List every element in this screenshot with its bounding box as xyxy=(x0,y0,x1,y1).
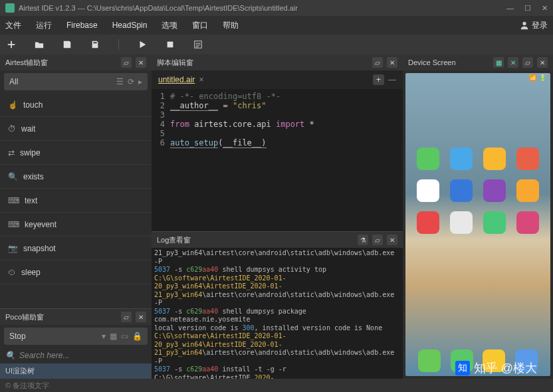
snapshot-icon: 📷 xyxy=(8,244,18,253)
device-tool2-icon[interactable]: ✕ xyxy=(508,57,518,68)
menu-run[interactable]: 运行 xyxy=(36,20,52,31)
airtest-item-text[interactable]: ⌨text xyxy=(0,189,152,213)
menu-firebase[interactable]: Firebase xyxy=(66,21,98,30)
toolbar xyxy=(0,35,553,54)
panel-close-icon[interactable]: ✕ xyxy=(136,57,146,68)
airtest-item-snapshot[interactable]: 📷snapshot xyxy=(0,237,152,260)
swipe-icon: ⇄ xyxy=(8,148,15,157)
panel-close-icon[interactable]: ✕ xyxy=(387,235,397,245)
device-panel-header: Device Screen ▦✕▱✕ xyxy=(403,54,553,70)
device-tool1-icon[interactable]: ▦ xyxy=(493,57,504,68)
panel-float-icon[interactable]: ▱ xyxy=(522,57,533,68)
svg-point-0 xyxy=(522,22,526,25)
editor-panel-header: 脚本编辑窗 ▱✕ xyxy=(152,54,403,70)
title-bar: Airtest IDE v1.2.3 --- C:\Users\chris\Ap… xyxy=(0,0,553,16)
menu-options[interactable]: 选项 xyxy=(162,20,177,31)
new-icon[interactable] xyxy=(7,40,16,49)
airtest-panel-header: Airtest辅助窗 ▱✕ xyxy=(0,54,152,70)
dropdown-icon: ▾ xyxy=(102,332,106,341)
panel-close-icon[interactable]: ✕ xyxy=(537,57,548,68)
sleep-icon: ⏲ xyxy=(8,268,16,277)
exists-icon: 🔍 xyxy=(8,172,18,181)
panel-float-icon[interactable]: ▱ xyxy=(121,312,132,322)
app-icon-9[interactable] xyxy=(450,211,473,234)
search-icon: 🔍 xyxy=(5,351,15,360)
airtest-item-keyevent[interactable]: ⌨keyevent xyxy=(0,213,152,237)
app-icon-11[interactable] xyxy=(516,211,539,234)
poco-search[interactable]: 🔍 Search here... xyxy=(0,347,152,363)
user-icon xyxy=(520,21,529,30)
keyevent-icon: ⌨ xyxy=(8,220,19,229)
airtest-item-exists[interactable]: 🔍exists xyxy=(0,165,152,189)
stop-icon[interactable] xyxy=(166,40,175,49)
app-icon-2[interactable] xyxy=(483,147,506,170)
menu-window[interactable]: 窗口 xyxy=(192,20,208,31)
poco-panel-header: Poco辅助窗 ▱✕ xyxy=(0,309,152,325)
text-icon: ⌨ xyxy=(8,196,19,205)
svg-rect-1 xyxy=(167,42,173,48)
log-panel-header: Log查看窗 ⚗▱✕ xyxy=(152,232,403,248)
menu-file[interactable]: 文件 xyxy=(5,20,21,31)
footer: © 备注项文字 xyxy=(0,379,553,392)
log-output[interactable]: 21_py3_win64\airtest\core\android\static… xyxy=(152,248,403,379)
device-status-bar: 📶🔋 xyxy=(409,74,546,81)
panel-float-icon[interactable]: ▱ xyxy=(372,57,383,68)
tab-close-icon[interactable]: × xyxy=(199,75,203,84)
dock-icon-0[interactable] xyxy=(418,349,441,372)
minimize-button[interactable]: — xyxy=(506,4,514,13)
filter-icon[interactable]: ⚗ xyxy=(358,235,368,245)
maximize-button[interactable]: ☐ xyxy=(524,4,531,13)
app-icon-8[interactable] xyxy=(417,211,439,234)
menu-headspin[interactable]: HeadSpin xyxy=(112,21,148,30)
report-icon[interactable] xyxy=(193,40,203,49)
menu-help[interactable]: 帮助 xyxy=(223,20,239,31)
app-icon-4[interactable] xyxy=(417,179,439,202)
window-title: Airtest IDE v1.2.3 --- C:\Users\chris\Ap… xyxy=(19,4,298,12)
watermark: 知 知乎 @楼大 xyxy=(455,360,537,376)
login-button[interactable]: 登录 xyxy=(520,20,548,31)
dropdown-icon: ☰ xyxy=(116,77,124,86)
editor-tab-bar: untitled.air × + — xyxy=(152,70,403,89)
tab-more-icon[interactable]: — xyxy=(388,75,396,84)
airtest-item-wait[interactable]: ⏱wait xyxy=(0,117,152,141)
save-icon[interactable] xyxy=(62,40,72,49)
open-icon[interactable] xyxy=(35,40,44,49)
tab-untitled[interactable]: untitled.air xyxy=(158,75,195,84)
panel-close-icon[interactable]: ✕ xyxy=(136,312,146,322)
app-icon-7[interactable] xyxy=(516,179,539,202)
airtest-mode-selector[interactable]: All ☰⟳▸ xyxy=(4,73,148,90)
wait-icon: ⏱ xyxy=(8,124,16,134)
airtest-item-touch[interactable]: ☝touch xyxy=(0,93,152,117)
tab-add-icon[interactable]: + xyxy=(373,74,384,85)
app-icon-6[interactable] xyxy=(483,179,506,202)
poco-tree-root[interactable]: UI渲染树 xyxy=(0,363,152,379)
app-icon-3[interactable] xyxy=(516,147,539,170)
panel-close-icon[interactable]: ✕ xyxy=(387,57,397,68)
app-icon-5[interactable] xyxy=(450,179,473,202)
poco-mode-selector[interactable]: Stop ▾▦▭🔒 xyxy=(4,328,148,345)
app-icon-10[interactable] xyxy=(483,211,506,234)
app-icon-1[interactable] xyxy=(450,147,473,170)
panel-float-icon[interactable]: ▱ xyxy=(372,235,383,245)
app-icon xyxy=(5,3,15,13)
app-icon-0[interactable] xyxy=(417,147,439,170)
touch-icon: ☝ xyxy=(8,100,18,110)
airtest-item-swipe[interactable]: ⇄swipe xyxy=(0,141,152,165)
airtest-item-sleep[interactable]: ⏲sleep xyxy=(0,260,152,284)
play-icon[interactable] xyxy=(138,40,147,49)
code-editor[interactable]: 1# -*- encoding=utf8 -*-2__author__ = "c… xyxy=(152,89,403,231)
panel-float-icon[interactable]: ▱ xyxy=(121,57,132,68)
menu-bar: 文件 运行 Firebase HeadSpin 选项 窗口 帮助 登录 xyxy=(0,16,553,35)
export-icon[interactable] xyxy=(90,40,100,49)
close-button[interactable]: ✕ xyxy=(542,4,548,13)
expand-icon[interactable]: ▸ xyxy=(138,77,142,86)
refresh-icon[interactable]: ⟳ xyxy=(128,77,134,86)
device-screen[interactable]: 📶🔋 xyxy=(405,73,550,376)
